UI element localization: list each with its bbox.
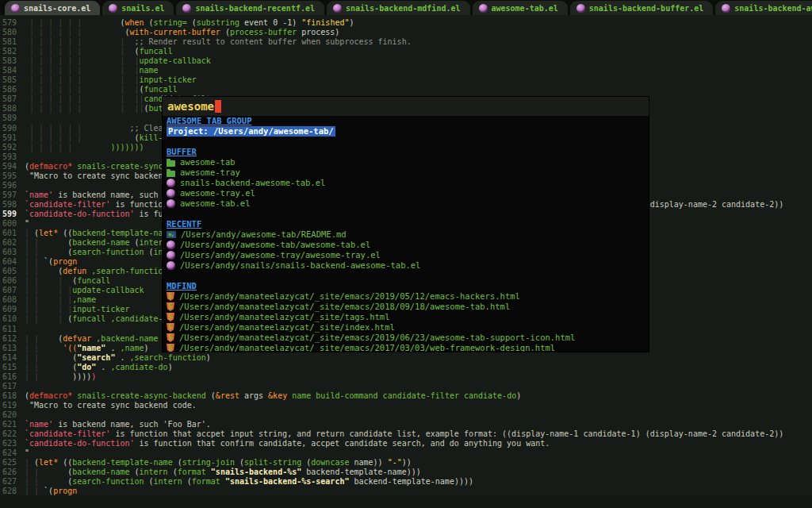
code-line[interactable]: 615| | ("do" . ,candiate-do) (0, 363, 812, 372)
line-number: 613 (0, 344, 17, 353)
tab-label: snails.el (121, 4, 164, 13)
emacs-frame: snails-core.elsnails.elsnails-backend-re… (0, 0, 812, 508)
tab-snails-backend-buffer.el[interactable]: snails-backend-buffer.el (570, 1, 714, 15)
result-item[interactable]: 5/Users/andy/manateelazycat/_site/emacs/… (163, 302, 649, 312)
line-text: | (let* ((backend-template-name (string-… (25, 458, 412, 468)
result-item[interactable]: 5/Users/andy/manateelazycat/_site/emacs/… (163, 291, 649, 302)
result-item[interactable]: awesome-tray.el (163, 188, 649, 198)
line-text: | | | | | | | ;; Render result to conten… (25, 37, 412, 47)
tab-snails.el[interactable]: snails.el (102, 1, 174, 15)
tab-label: snails-backend-mdfind.el (346, 4, 461, 13)
line-text: | | | | | | | |input-ticker (25, 75, 197, 85)
line-text: `name' is backend name, such 'Foo Bar'. (25, 420, 211, 429)
tab-snails-core.el[interactable]: snails-core.el (5, 1, 100, 15)
code-line[interactable]: 624" (0, 448, 812, 458)
line-text: | | | |,name (25, 295, 96, 305)
line-text: | | | (funcall (25, 276, 110, 286)
tab-snails-backend-mdfind.el[interactable]: snails-backend-mdfind.el (327, 1, 470, 15)
tab-snails-backend-awesome-tab.el[interactable]: snails-backend-awesome-tab.el (715, 1, 812, 15)
result-item[interactable]: /Users/andy/snails/snails-backend-awesom… (163, 260, 649, 271)
code-line[interactable]: 580 | | | | | | (with-current-buffer (pr… (0, 28, 812, 37)
code-line[interactable]: 626| | (backend-name (intern (format "sn… (0, 468, 812, 477)
line-number: 607 (0, 286, 17, 295)
line-number: 624 (0, 448, 17, 458)
code-line[interactable]: 625| (let* ((backend-template-name (stri… (0, 458, 812, 468)
line-text: `candidate-filter' is function that accp… (25, 429, 783, 439)
tab-snails-backend-recentf.el[interactable]: snails-backend-recentf.el (176, 1, 324, 15)
code-line[interactable]: 583 | | | | | | | |update-callback (0, 56, 812, 66)
tab-label: snails-core.el (24, 4, 90, 13)
snails-popup: awesome AWESOME TAB GROUPProject: /Users… (163, 97, 649, 352)
snails-search-input[interactable]: awesome (163, 97, 649, 116)
result-item[interactable]: /Users/andy/awesome-tab/awesome-tab.el (163, 240, 649, 250)
result-section-header: BUFFER (163, 147, 649, 157)
folder-icon (167, 171, 175, 177)
result-item[interactable]: /Users/andy/awesome-tray/awesome-tray.el (163, 250, 649, 260)
elisp-file-icon (167, 179, 175, 187)
code-line[interactable]: 579 | | | | | | (when (string= (substrin… (0, 18, 812, 28)
line-number: 585 (0, 75, 17, 85)
result-text: MDFIND (167, 281, 197, 291)
elisp-file-icon (167, 241, 175, 249)
code-line[interactable]: 627| | (search-function (intern (format … (0, 477, 812, 487)
code-line[interactable]: 618(defmacro* snails-create-async-backen… (0, 391, 812, 401)
code-line[interactable]: 621`name' is backend name, such 'Foo Bar… (0, 420, 812, 429)
line-number: 586 (0, 85, 17, 94)
result-spacer (163, 271, 649, 281)
code-line[interactable]: 617 (0, 382, 812, 391)
tab-label: awesome-tab.el (492, 4, 558, 13)
line-number: 611 (0, 325, 17, 334)
result-item-selected[interactable]: Project: /Users/andy/awesome-tab/ (163, 126, 649, 137)
result-text: /Users/andy/awesome-tray/awesome-tray.el (180, 250, 381, 260)
line-text: | | | | | | (with-current-buffer (proces… (25, 28, 339, 37)
code-line[interactable]: 623`candidate-do-function' is function t… (0, 439, 812, 448)
code-line[interactable]: 584 | | | | | | | |name (0, 66, 812, 75)
code-line[interactable]: 585 | | | | | | | |input-ticker (0, 75, 812, 85)
line-text: (defmacro* snails-create-async-backend (… (25, 391, 521, 401)
result-spacer (163, 137, 649, 147)
line-number: 581 (0, 37, 17, 47)
code-line[interactable]: 628| | `(progn (0, 487, 812, 495)
result-item[interactable]: awesome-tab (163, 157, 649, 167)
result-item[interactable]: 5/Users/andy/manateelazycat/_site/tags.h… (163, 312, 649, 322)
result-item[interactable]: 5/Users/andy/manateelazycat/_site/index.… (163, 322, 649, 333)
result-item[interactable]: awesome-tab.el (163, 198, 649, 209)
line-number: 595 (0, 171, 17, 181)
result-text: /Users/andy/awesome-tab/README.md (181, 229, 347, 240)
text-cursor (215, 100, 221, 113)
result-item[interactable]: 5/Users/andy/manateelazycat/_site/emacs/… (163, 333, 649, 343)
html-file-icon: 5 (167, 313, 174, 321)
line-number: 622 (0, 429, 17, 439)
line-number: 602 (0, 238, 17, 248)
result-text: awesome-tab.el (180, 198, 251, 209)
html-file-icon: 5 (167, 333, 174, 342)
line-text: | | ("do" . ,candiate-do) (25, 363, 173, 372)
line-number: 587 (0, 94, 17, 104)
echo-area: Mark set (1:7 All) dir:_posts fundamenta… (0, 495, 812, 508)
line-number: 599 (0, 210, 17, 219)
result-item[interactable]: 5/Users/andy/manateelazycat/_site/emacs/… (163, 343, 649, 352)
code-line[interactable]: 622`candidate-filter' is function that a… (0, 429, 812, 439)
code-line[interactable]: 619 "Macro to create sync backend code. (0, 401, 812, 410)
line-number: 592 (0, 143, 17, 152)
code-line[interactable]: 620 (0, 410, 812, 420)
result-item[interactable]: snails-backend-awesome-tab.el (163, 178, 649, 188)
line-number: 626 (0, 468, 17, 477)
line-text: | | | |input-ticker (25, 305, 129, 314)
tab-awesome-tab.el[interactable]: awesome-tab.el (473, 1, 568, 15)
line-number: 615 (0, 363, 17, 372)
line-text: | | '(("name" . ,name) (25, 344, 149, 353)
line-number: 600 (0, 219, 17, 229)
result-item[interactable]: awesome-tray (163, 167, 649, 178)
line-number: 620 (0, 410, 17, 420)
result-item[interactable]: M↓/Users/andy/awesome-tab/README.md (163, 229, 649, 240)
line-text: | | (defvar ,backend-name (25, 334, 159, 344)
line-text: | | ))))) (25, 372, 96, 382)
code-line[interactable]: 586 | | | | | | | |(funcall (0, 85, 812, 94)
elisp-file-icon (167, 251, 175, 260)
code-line[interactable]: 616| | ))))) (0, 372, 812, 382)
code-line[interactable]: 614| | ("search" . ,search-function) (0, 353, 812, 363)
line-number: 596 (0, 181, 17, 190)
code-line[interactable]: 581 | | | | | | | ;; Render result to co… (0, 37, 812, 47)
code-line[interactable]: 582 | | | | | | | (funcall (0, 47, 812, 56)
